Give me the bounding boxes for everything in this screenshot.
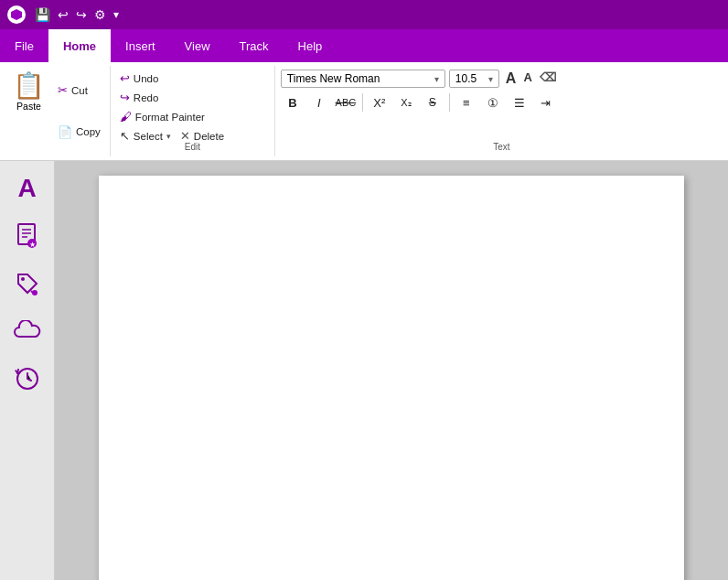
menu-insert[interactable]: Insert [111,29,170,62]
main-area: A ★ [0,161,728,580]
bullet-list-button[interactable]: ≡ [455,91,478,113]
font-size-select[interactable]: 10.5 ▾ [449,70,499,88]
menu-view[interactable]: View [170,29,225,62]
paste-icon: 📋 [13,73,45,99]
dropdown-icon[interactable]: ▾ [112,6,121,23]
decrease-font-size-button[interactable]: A [520,70,534,88]
clipboard-actions: ✂ Cut 📄 Copy [54,70,104,153]
svg-text:★: ★ [28,241,35,249]
format-divider-1 [362,93,363,112]
italic-button[interactable]: I [307,91,331,113]
format-painter-button[interactable]: 🖌 Format Painter [116,108,209,125]
sidebar: A ★ [0,161,55,580]
copy-icon: 📄 [58,125,72,139]
paste-button[interactable]: 📋 Paste [5,70,52,153]
text-group-label: Text [493,140,509,154]
undo-icon[interactable]: ↩ [56,5,70,24]
format-painter-row: 🖌 Format Painter [116,108,269,125]
font-size-value: 10.5 [455,72,476,85]
format-painter-icon: 🖌 [120,110,132,124]
redo-icon[interactable]: ↪ [74,5,89,24]
copy-label: Copy [76,126,101,137]
macro-icon[interactable]: ⚙ [92,5,108,24]
multilevel-list-button[interactable]: ☰ [508,91,531,113]
quick-access-toolbar: 💾 ↩ ↪ ⚙ ▾ [33,5,121,24]
sidebar-item-text[interactable]: A [7,168,48,209]
increase-font-size-button[interactable]: A [503,70,519,88]
superscript-button[interactable]: X² [368,91,391,113]
clear-format-button[interactable]: ⌫ [537,70,559,88]
save-icon[interactable]: 💾 [33,5,52,24]
app-logo [7,5,26,24]
svg-point-6 [21,277,25,281]
font-name-dropdown-icon: ▾ [434,74,439,84]
sidebar-item-document[interactable]: ★ [7,216,48,256]
menu-help[interactable]: Help [284,29,337,62]
sidebar-item-history[interactable] [7,359,48,399]
redo-icon: ↪ [120,91,130,104]
menu-bar: File Home Insert View Track Help [0,29,728,62]
font-name-select[interactable]: Times New Roman ▾ [281,70,445,88]
text-format-buttons: B I ABC X² X₂ S ≡ ① ☰ ⇥ [281,91,723,113]
menu-file[interactable]: File [0,29,48,62]
document-page[interactable]: ↵ [99,176,684,580]
cut-button[interactable]: ✂ Cut [54,81,104,99]
font-size-dropdown-icon: ▾ [488,74,493,84]
clipboard-group: 📋 Paste ✂ Cut 📄 Copy Clipboard [0,66,111,156]
subscript-button[interactable]: X₂ [394,91,418,113]
format-divider-2 [449,93,450,112]
ribbon: 📋 Paste ✂ Cut 📄 Copy Clipboard ↩ Undo [0,62,728,161]
redo-row: ↪ Redo [116,89,269,106]
cut-icon: ✂ [58,83,68,97]
paste-label: Paste [16,101,41,112]
numbered-list-button[interactable]: ① [481,91,505,113]
bold-button[interactable]: B [281,91,305,113]
menu-track[interactable]: Track [225,29,284,62]
undo-label: Undo [134,73,159,84]
font-name-value: Times New Roman [287,72,380,85]
copy-button[interactable]: 📄 Copy [54,124,104,141]
text-group: Times New Roman ▾ 10.5 ▾ A A ⌫ B I ABC X… [275,66,728,156]
select-dropdown-icon[interactable]: ▾ [166,132,171,141]
sidebar-item-tag[interactable] [7,263,48,304]
undo-button[interactable]: ↩ Undo [116,70,163,87]
strikeout-button[interactable]: S [421,91,444,113]
font-size-buttons: A A ⌫ [503,70,559,88]
format-painter-label: Format Painter [135,112,205,123]
menu-home[interactable]: Home [48,29,111,62]
indent-button[interactable]: ⇥ [534,91,558,113]
undo-row: ↩ Undo [116,70,269,87]
sidebar-item-cloud[interactable] [7,311,48,351]
redo-label: Redo [134,92,159,103]
title-bar: 💾 ↩ ↪ ⚙ ▾ [0,0,728,29]
strikethrough-button[interactable]: ABC [334,91,358,113]
svg-point-7 [32,290,37,295]
undo-icon: ↩ [120,71,130,85]
redo-button[interactable]: ↪ Redo [116,89,163,106]
edit-group: ↩ Undo ↪ Redo 🖌 Format Painter ↖ [111,66,275,156]
cut-label: Cut [71,85,88,96]
edit-group-label: Edit [185,140,200,154]
document-area[interactable]: ↵ [55,161,728,580]
font-controls: Times New Roman ▾ 10.5 ▾ A A ⌫ [281,70,723,88]
